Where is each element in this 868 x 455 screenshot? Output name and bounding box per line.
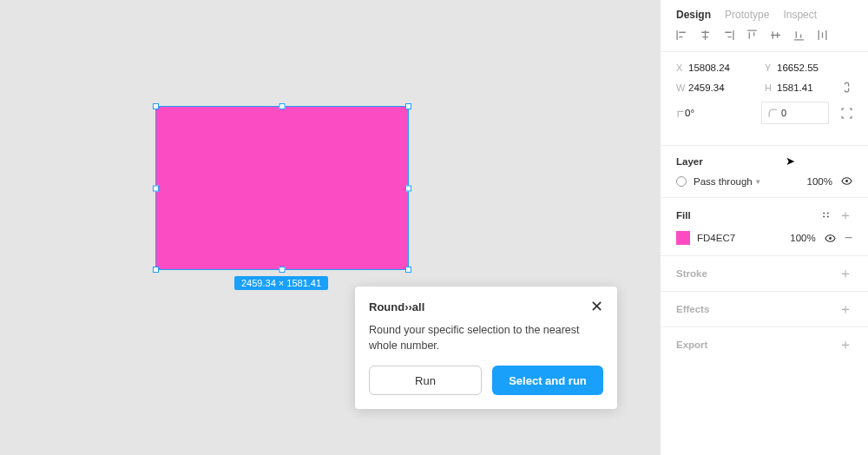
add-fill-icon[interactable]: ＋ xyxy=(838,208,852,222)
align-vcenter-icon[interactable] xyxy=(770,30,782,41)
h-label: H xyxy=(765,82,777,93)
visibility-toggle-icon[interactable] xyxy=(841,175,852,187)
y-label: Y xyxy=(765,63,777,73)
svg-point-0 xyxy=(845,180,848,182)
add-export-icon[interactable]: ＋ xyxy=(838,338,852,352)
align-left-icon[interactable] xyxy=(676,30,688,41)
fill-opacity-value[interactable]: 100% xyxy=(790,233,815,243)
add-stroke-icon[interactable]: ＋ xyxy=(838,267,852,280)
blend-mode-icon[interactable] xyxy=(676,176,687,187)
svg-point-1 xyxy=(829,237,832,240)
add-effect-icon[interactable]: ＋ xyxy=(838,302,852,316)
layer-opacity-value[interactable]: 100% xyxy=(807,176,832,187)
layer-section-title: Layer xyxy=(676,156,703,167)
stroke-section-title: Stroke xyxy=(676,268,707,279)
plugin-modal: Round››all ✕ Round your specific selecti… xyxy=(355,287,617,409)
alignment-row xyxy=(661,26,868,52)
corner-radius-value: 0 xyxy=(781,108,786,118)
tab-design[interactable]: Design xyxy=(676,9,711,21)
x-label: X xyxy=(676,63,688,73)
w-label: W xyxy=(676,82,688,93)
distribute-icon[interactable] xyxy=(817,30,829,41)
modal-description: Round your specific selection to the nea… xyxy=(369,323,603,353)
rotation-value[interactable]: 0° xyxy=(685,108,746,118)
corner-radius-input[interactable]: 0 xyxy=(761,102,829,124)
remove-fill-icon[interactable]: − xyxy=(845,231,852,245)
run-button[interactable]: Run xyxy=(369,366,482,395)
selected-rectangle[interactable] xyxy=(156,107,408,269)
fill-hex-value[interactable]: FD4EC7 xyxy=(697,233,735,243)
close-icon[interactable]: ✕ xyxy=(590,299,603,314)
fill-visibility-icon[interactable] xyxy=(825,233,836,244)
independent-corners-icon[interactable] xyxy=(841,108,852,119)
x-value[interactable]: 15808.24 xyxy=(688,63,749,73)
modal-title: Round››all xyxy=(369,300,424,313)
fill-color-swatch[interactable] xyxy=(676,231,690,245)
chevron-down-icon: ▾ xyxy=(756,177,760,186)
resize-handle-lm[interactable] xyxy=(153,185,159,191)
fill-section-title: Fill xyxy=(676,210,691,221)
tab-inspect[interactable]: Inspect xyxy=(783,9,817,21)
resize-handle-br[interactable] xyxy=(405,267,411,273)
export-section-title: Export xyxy=(676,340,707,350)
h-value[interactable]: 1581.41 xyxy=(777,82,838,93)
y-value[interactable]: 16652.55 xyxy=(777,63,838,73)
rotation-icon xyxy=(676,108,685,119)
tab-prototype[interactable]: Prototype xyxy=(725,9,769,21)
align-top-icon[interactable] xyxy=(746,30,759,41)
constrain-proportions-icon[interactable] xyxy=(841,82,852,93)
properties-panel: Design Prototype Inspect X 15808.24 Y 16… xyxy=(660,0,868,455)
canvas[interactable]: 2459.34 × 1581.41 Round››all ✕ Round you… xyxy=(0,0,660,455)
align-bottom-icon[interactable] xyxy=(793,30,806,41)
resize-handle-bm[interactable] xyxy=(279,267,286,273)
corner-radius-icon xyxy=(767,108,776,119)
fill-styles-icon[interactable]: ∷ xyxy=(823,210,830,221)
blend-mode-select[interactable]: Pass through xyxy=(694,176,753,187)
align-right-icon[interactable] xyxy=(723,30,735,41)
resize-handle-tl[interactable] xyxy=(153,103,159,109)
effects-section-title: Effects xyxy=(676,304,709,314)
align-hcenter-icon[interactable] xyxy=(700,30,712,41)
selection-size-badge: 2459.34 × 1581.41 xyxy=(234,276,328,290)
resize-handle-tr[interactable] xyxy=(405,103,411,109)
w-value[interactable]: 2459.34 xyxy=(688,82,749,93)
resize-handle-rm[interactable] xyxy=(405,185,411,191)
resize-handle-bl[interactable] xyxy=(153,267,159,273)
resize-handle-tm[interactable] xyxy=(279,103,286,109)
select-and-run-button[interactable]: Select and run xyxy=(492,366,603,395)
